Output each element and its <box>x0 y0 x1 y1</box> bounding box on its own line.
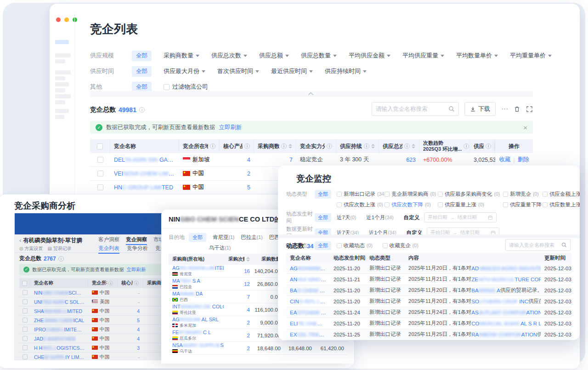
maximize-window-icon[interactable] <box>73 17 77 22</box>
filter-dropdown[interactable]: 平均供应重量 <box>402 51 444 60</box>
monitor-type-checkbox[interactable]: 供应数量上涨(0) <box>543 201 580 208</box>
sidebar-item[interactable] <box>55 70 71 74</box>
content-company-link[interactable]: ZENITH AGRICULTURE COR <box>471 277 541 282</box>
competitor-name-link[interactable]: CINO INTL LOGIS... <box>290 299 326 304</box>
content-company-link[interactable]: ADVANCED AGRO INDUSTRINES <box>471 266 541 271</box>
monitor-row[interactable]: EXCEL TRADE CO...2025-11-25新增出口记录2025年11… <box>286 329 571 340</box>
competitor-name-link[interactable]: HNC GROUP LIMITED <box>114 184 173 191</box>
checkbox[interactable] <box>337 202 342 207</box>
purchase-times-cell[interactable]: 4 <box>225 303 254 316</box>
filter-chip-all[interactable]: 全部 <box>132 66 152 77</box>
destination-option[interactable]: 乌干达(1) <box>209 245 231 251</box>
checkbox[interactable] <box>543 192 548 197</box>
monitor-row[interactable]: BAO CHEM FLYER ...2025-11-20新增出口记录2025年1… <box>286 285 571 296</box>
filter-dropdown[interactable]: 平均数量单价 <box>456 51 498 60</box>
monitor-type-checkbox[interactable]: 供应最多采购商变化(0) <box>438 191 503 198</box>
monitor-type-checkbox[interactable]: 供应金额上涨(0) <box>543 191 580 198</box>
checkbox[interactable] <box>503 202 508 207</box>
sidebar-item[interactable] <box>55 109 69 113</box>
competitor-name-link[interactable]: EXCEL TRADE CO... <box>290 332 326 337</box>
filter-dropdown[interactable]: 供应最大月份 <box>164 67 205 75</box>
filter-dropdown[interactable]: 供应持续时间 <box>325 67 367 75</box>
monitor-row[interactable]: EASTCHEM CO2025-11-24新增出口记录2025年11月24日，有… <box>286 307 571 318</box>
sort-icon[interactable] <box>288 144 292 148</box>
filter-dropdown[interactable]: 供应总额 <box>259 51 289 60</box>
sort-icon[interactable] <box>371 144 375 148</box>
filter-chip-all[interactable]: 全部 <box>189 233 206 242</box>
filter-dropdown[interactable]: 供应总数量 <box>301 51 337 60</box>
filter-dropdown[interactable]: 供应总次数 <box>211 51 247 60</box>
checkbox[interactable] <box>543 202 548 207</box>
checkbox[interactable] <box>337 243 342 248</box>
checkbox[interactable] <box>438 192 443 197</box>
filter-chip-all[interactable]: 全部 <box>315 190 331 199</box>
fullscreen-icon[interactable] <box>526 106 533 113</box>
checkbox[interactable] <box>438 202 443 207</box>
search-icon[interactable] <box>448 106 455 112</box>
purchase-times-cell[interactable]: 2 <box>225 316 254 329</box>
destination-option[interactable]: 巴拉圭(1) <box>241 234 262 241</box>
buyer-name-link[interactable]: INTERAGRO DE COLO... <box>172 304 224 309</box>
purchaser-row[interactable]: NSAAGRO SUPPLIES LI...乌干达218,648.0018,64… <box>169 342 348 355</box>
buyer-name-link[interactable]: MARAVALDA <box>172 291 203 296</box>
checkbox[interactable] <box>384 202 390 207</box>
competitor-name-link[interactable]: ELITE CHEM INDU... <box>290 321 326 326</box>
sidebar-item-active[interactable] <box>55 40 69 44</box>
close-window-icon[interactable] <box>56 17 61 22</box>
competitor-name-link[interactable]: EASTCHEM CO <box>290 310 326 315</box>
content-company-link[interactable]: RAINBOW CORPORATION <box>471 332 537 337</box>
checkbox[interactable] <box>164 84 170 90</box>
info-icon[interactable]: i <box>139 107 145 113</box>
sidebar-item[interactable] <box>55 100 65 104</box>
date-range-input[interactable]: 开始日期→结束日期 <box>424 212 497 222</box>
table-row[interactable]: DELTA AGRI SIN GAP...新加坡47稳定竞企3 年 300 天6… <box>90 153 533 167</box>
checkbox[interactable] <box>383 243 388 248</box>
buyer-name-link[interactable]: AGRO KENYA LIMITED <box>172 265 224 271</box>
monitor-type-checkbox[interactable]: 收藏竞企(0) <box>383 242 418 249</box>
supply-times-cell[interactable]: 623 <box>379 153 419 166</box>
delete-link[interactable]: 删除 <box>518 156 529 164</box>
competitor-name-link[interactable]: DELTA AGRI SIN GAP... <box>114 157 175 163</box>
content-company-link[interactable]: SOUTHERN CROP INC <box>471 299 528 304</box>
purchase-times-cell[interactable]: 2 <box>225 329 254 342</box>
sidebar-item[interactable] <box>55 88 65 92</box>
monitor-type-checkbox[interactable]: 竞企新增采购商(0) <box>384 191 438 198</box>
competitor-name-link[interactable]: BAO CHEM FLYER ... <box>290 288 326 293</box>
date-option[interactable]: 近1个月(34) <box>366 214 394 221</box>
content-company-link[interactable]: BARRING A <box>471 288 500 293</box>
sidebar-item[interactable] <box>55 76 65 80</box>
filter-collapse-bar[interactable] <box>90 91 533 97</box>
monitor-type-checkbox[interactable]: 供应次数上涨(0) <box>337 201 384 208</box>
content-company-link[interactable]: COMERCIAL AGRICAL S R L <box>471 321 541 326</box>
download-button[interactable]: 下载 <box>464 102 496 116</box>
monitor-type-checkbox[interactable]: 供应重量上涨(0) <box>438 201 503 208</box>
buyer-name-link[interactable]: FERTIAGRO C L <box>172 330 211 335</box>
monitor-row[interactable]: ELITE CHEM INDU...2025-11-20新增出口记录2025年1… <box>286 318 571 329</box>
filter-dropdown[interactable]: 最近供应时间 <box>271 67 313 75</box>
date-option[interactable]: 近7天(0) <box>337 214 356 221</box>
close-banner-icon[interactable]: × <box>523 124 527 131</box>
checkbox[interactable] <box>337 192 342 197</box>
core-products-cell[interactable]: 4 <box>220 153 254 166</box>
competitor-name-link[interactable]: AGROFARM GRP INT... <box>290 266 326 271</box>
monitor-row[interactable]: AGROFARM GRP INT...2025-11-20新增出口记录2025年… <box>286 263 571 274</box>
checkbox[interactable] <box>97 157 103 163</box>
monitor-row[interactable]: ANHUI SINO BIO...2025-11-21新增出口记录2025年11… <box>286 274 571 285</box>
monitor-type-checkbox[interactable]: 供应次数下降(0) <box>384 201 438 208</box>
monitor-type-checkbox[interactable]: 收藏动态(0) <box>337 242 373 249</box>
destination-option[interactable]: 肯尼亚(1) <box>213 234 234 241</box>
filter-chip-all[interactable]: 全部 <box>132 51 152 61</box>
buyer-name-link[interactable]: MATRIX S A <box>172 278 200 284</box>
buyer-name-link[interactable]: NSAAGRO SUPPLIES LI... <box>172 342 224 348</box>
sidebar-item[interactable] <box>55 53 71 57</box>
search-icon[interactable] <box>561 242 567 248</box>
search-input[interactable] <box>376 106 446 112</box>
custom-option[interactable]: 自定义 <box>404 214 420 221</box>
purchase-times-cell[interactable]: 12 <box>225 278 254 290</box>
more-button[interactable]: ⋯ <box>501 105 508 113</box>
filter-dropdown[interactable]: 采购商数量 <box>164 51 199 60</box>
filter-checkbox[interactable]: 过滤物流公司 <box>164 83 208 91</box>
purchase-times-cell[interactable]: 2 <box>225 342 254 354</box>
sidebar-item[interactable] <box>55 115 64 119</box>
sort-icon[interactable] <box>412 144 415 148</box>
